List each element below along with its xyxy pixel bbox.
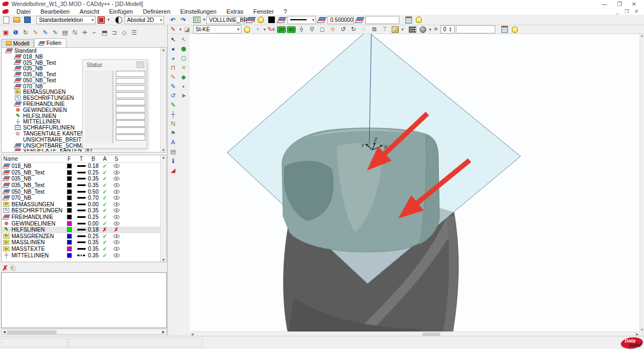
zoom-window-icon[interactable]: ◻	[318, 25, 327, 33]
tab-modell[interactable]: Modell	[1, 39, 34, 47]
table-row-025_nb_text[interactable]: 025_NB_Text0.25✓	[2, 170, 166, 176]
cell-width[interactable]: 0.18	[87, 163, 99, 169]
clipboard-icon-2[interactable]	[500, 25, 509, 33]
mdi-close-button[interactable]: ✕	[634, 9, 639, 14]
cell-width[interactable]: 0.00	[87, 201, 99, 207]
tool-flag-icon[interactable]: ⚑	[168, 128, 178, 137]
checker-icon[interactable]	[408, 25, 417, 33]
solid-cylinder-icon[interactable]: ⬢	[179, 44, 188, 53]
pen-green-icon[interactable]: ✎	[168, 100, 178, 109]
refresh-icon[interactable]: ↻	[21, 29, 30, 37]
cell-color[interactable]	[63, 202, 75, 207]
cell-visible[interactable]	[110, 171, 122, 174]
extrude-icon[interactable]: ◆	[179, 72, 188, 81]
cell-width[interactable]: 0.00	[87, 221, 99, 227]
select-white-arrow-icon[interactable]: ↖	[179, 35, 188, 44]
pen-blue-icon[interactable]: ✎	[168, 82, 178, 91]
cell-visible[interactable]	[110, 202, 122, 206]
plane-icon[interactable]: ◪	[183, 25, 192, 33]
box3d-icon[interactable]	[391, 25, 400, 33]
cell-visible[interactable]: ✗	[110, 227, 122, 233]
cell-width[interactable]: 0.70	[87, 195, 99, 201]
cell-visible[interactable]	[110, 240, 122, 244]
menu-?[interactable]: ?	[279, 8, 292, 15]
cell-linetype[interactable]	[75, 178, 87, 179]
tab-folien[interactable]: Folien	[34, 38, 66, 47]
menu-einstellungen[interactable]: Einstellungen	[176, 8, 222, 15]
status-popup-row[interactable]	[116, 106, 145, 112]
cell-width[interactable]: 0.35	[87, 239, 99, 245]
select-red-icon[interactable]	[97, 16, 106, 24]
orbit-icon[interactable]: ⟠	[297, 25, 306, 33]
layer-assign-icon-4[interactable]	[355, 16, 364, 24]
star-icon[interactable]: ✱	[432, 25, 439, 33]
panel-text-area[interactable]	[1, 272, 167, 328]
line-width-field[interactable]: 0.500000	[327, 16, 354, 24]
pen-icon[interactable]: ✎	[31, 29, 40, 37]
table-row-masslinien[interactable]: ⊳MASSLINIEN0.35✓	[2, 239, 166, 246]
cell-visible[interactable]	[110, 222, 122, 226]
empty-name-field[interactable]	[365, 16, 399, 24]
mdi-restore-button[interactable]: ❐	[624, 9, 629, 14]
status-popup-row[interactable]	[116, 85, 145, 91]
cell-color[interactable]	[63, 208, 75, 213]
cell-width[interactable]: 0.25	[87, 233, 99, 239]
surface-icon[interactable]: ◗	[179, 82, 188, 91]
select-arrow-icon[interactable]: ↖	[168, 35, 178, 44]
cell-active[interactable]: ✓	[99, 207, 110, 213]
cell-linetype[interactable]	[75, 204, 87, 205]
open-folder-icon[interactable]	[12, 16, 21, 24]
cell-active[interactable]: ✓	[99, 252, 110, 258]
cell-width[interactable]: 0.18	[87, 227, 99, 233]
panel-hscrollbar[interactable]: ◀▶	[1, 329, 167, 335]
hatch-icon[interactable]: ▤	[168, 147, 178, 156]
status-popup-row[interactable]	[116, 71, 145, 77]
cell-active[interactable]: ✓	[99, 170, 110, 176]
new-file-icon[interactable]	[2, 16, 11, 24]
restore-button[interactable]: ❐	[617, 1, 622, 7]
save-icon[interactable]	[22, 16, 32, 24]
cell-width[interactable]: 0.35	[87, 176, 99, 182]
clipboard-icon[interactable]	[404, 16, 413, 24]
list-icon[interactable]: ☰	[129, 29, 139, 37]
cell-color[interactable]	[63, 253, 75, 258]
viewport-3d[interactable]: Y Z X	[190, 34, 640, 331]
table-row-bemassungen[interactable]: ⊳BEMASSUNGEN0.00✓	[2, 201, 166, 208]
rotate-blue-icon[interactable]: ↺	[168, 91, 178, 100]
cell-visible[interactable]	[110, 164, 122, 168]
cell-visible[interactable]	[110, 234, 122, 238]
status-popup-row[interactable]	[116, 134, 145, 140]
sweep-icon[interactable]: ➤	[179, 91, 188, 100]
cell-width[interactable]: 0.35	[87, 252, 99, 258]
cell-visible[interactable]	[110, 190, 122, 194]
cell-visible[interactable]	[110, 196, 122, 200]
pan-hand-icon[interactable]: ✣	[328, 25, 337, 33]
cell-visible[interactable]	[110, 254, 122, 257]
table-row-beschriftungen[interactable]: ✎BESCHRIFTUNGEN0.35✓	[2, 207, 166, 214]
cell-width[interactable]: 0.25	[87, 214, 99, 220]
status-popup-row[interactable]	[116, 78, 145, 84]
cell-active[interactable]: ✓	[99, 195, 110, 201]
paste-icon[interactable]: ⎗	[10, 264, 15, 272]
status-popup-row[interactable]	[116, 92, 145, 98]
nurbs-flag-icon[interactable]: ℕ	[168, 119, 178, 128]
cell-color[interactable]	[63, 189, 75, 194]
tsquare-icon[interactable]: ⊤	[380, 25, 389, 33]
linestyle-name-field[interactable]: VOLLLINIE_BREIT	[206, 16, 245, 24]
cell-active[interactable]: ✓	[99, 201, 110, 207]
cell-linetype[interactable]	[75, 216, 87, 218]
cell-visible[interactable]	[110, 247, 122, 251]
table-row-gewindelinien[interactable]: ⊜GEWINDELINIEN0.00✓	[2, 220, 166, 227]
linetype-combo[interactable]: ▾	[287, 16, 316, 24]
protractor-icon[interactable]: ◔	[253, 25, 262, 33]
table-row-018_nb[interactable]: 018_NB0.18✓	[2, 163, 166, 170]
cell-active[interactable]: ✓	[99, 214, 110, 220]
tree-root[interactable]: Standard	[2, 48, 166, 54]
isobox-icon[interactable]: ◇	[120, 29, 129, 37]
eraser-icon[interactable]: ◢	[168, 166, 178, 174]
menu-bearbeiten[interactable]: Bearbeiten	[36, 8, 75, 15]
layer-assign-icon-3[interactable]	[317, 16, 326, 24]
col-f[interactable]: F	[63, 156, 75, 162]
col-t[interactable]: T	[75, 156, 87, 162]
table-row-035_nb[interactable]: 035_NB0.35✓	[2, 176, 166, 182]
